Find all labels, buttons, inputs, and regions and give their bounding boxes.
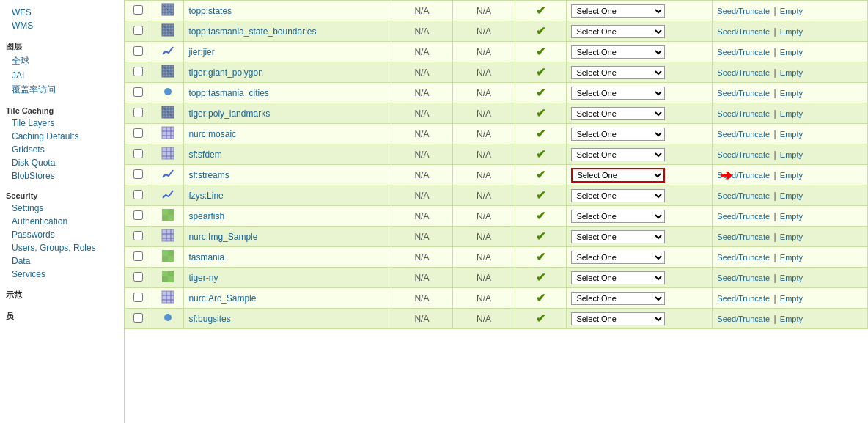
action-select[interactable]: Select OneSeedTruncateEmpty xyxy=(571,66,665,79)
empty-link[interactable]: Empty xyxy=(780,232,803,241)
empty-link[interactable]: Empty xyxy=(780,48,803,56)
row-checkbox[interactable] xyxy=(133,26,143,35)
enabled-cell: ✔ xyxy=(515,42,567,62)
action-select[interactable]: Select OneSeedTruncateEmpty xyxy=(571,210,665,223)
layer-name-link[interactable]: topp:states xyxy=(188,6,232,16)
action-select[interactable]: Select OneSeedTruncateEmpty xyxy=(571,292,665,305)
seed-truncate-link[interactable]: Seed/Truncate xyxy=(717,191,770,200)
action-select[interactable]: Select OneSeedTruncateEmpty xyxy=(571,271,665,284)
layer-name-link[interactable]: tiger:poly_landmarks xyxy=(188,108,270,119)
layer-name-link[interactable]: topp:tasmania_state_boundaries xyxy=(188,26,316,37)
seed-truncate-link[interactable]: Seed/Truncate xyxy=(717,109,770,118)
seed-truncate-link[interactable]: Seed/Truncate xyxy=(717,48,770,56)
layer-name-link[interactable]: sf:bugsites xyxy=(188,314,230,324)
seed-truncate-link[interactable]: Seed/Truncate xyxy=(717,130,770,139)
layer-name-link[interactable]: tasmania xyxy=(188,252,224,262)
sidebar-item-blobstores[interactable]: BlobStores xyxy=(0,169,124,183)
layer-name-link[interactable]: nurc:Arc_Sample xyxy=(188,293,256,304)
row-checkbox[interactable] xyxy=(133,293,143,302)
row-checkbox[interactable] xyxy=(133,46,143,56)
action-select[interactable]: Select OneSeedTruncateEmpty xyxy=(571,25,665,38)
sidebar-item-authentication[interactable]: Authentication xyxy=(0,215,124,228)
row-checkbox[interactable] xyxy=(133,128,143,138)
sidebar-item-data[interactable]: Data xyxy=(0,254,124,268)
empty-link[interactable]: Empty xyxy=(780,273,803,282)
quota-used-cell: N/A xyxy=(391,103,453,124)
sidebar-item-fujianglv[interactable]: 覆盖率访问 xyxy=(0,82,124,98)
row-checkbox[interactable] xyxy=(133,251,143,261)
layer-name-link[interactable]: spearfish xyxy=(188,211,224,221)
layer-name-link[interactable]: nurc:Img_Sample xyxy=(188,232,257,242)
row-checkbox[interactable] xyxy=(133,190,143,199)
empty-link[interactable]: Empty xyxy=(780,294,803,303)
action-select[interactable]: Select OneSeedTruncateEmpty xyxy=(571,45,665,59)
layer-name-link[interactable]: topp:tasmania_cities xyxy=(188,88,268,98)
seed-truncate-link[interactable]: Seed/Truncate xyxy=(717,89,770,98)
action-select[interactable]: Select OneSeedTruncateEmpty xyxy=(571,189,665,202)
action-select[interactable]: Select OneSeedTruncateEmpty xyxy=(571,128,665,141)
empty-link[interactable]: Empty xyxy=(780,7,803,15)
layer-name-link[interactable]: jier:jier xyxy=(188,47,214,57)
layer-name-link[interactable]: tiger:giant_polygon xyxy=(188,67,262,78)
row-checkbox[interactable] xyxy=(133,67,143,76)
empty-link[interactable]: Empty xyxy=(780,253,803,262)
empty-link[interactable]: Empty xyxy=(780,27,803,36)
row-checkbox[interactable] xyxy=(133,210,143,220)
empty-link[interactable]: Empty xyxy=(780,109,803,118)
sidebar-item-wfs[interactable]: WFS xyxy=(0,6,124,19)
action-select[interactable]: Select OneSeedTruncateEmpty xyxy=(571,312,665,325)
action-select[interactable]: Select OneSeedTruncateEmpty xyxy=(571,87,665,100)
empty-link[interactable]: Empty xyxy=(780,212,803,221)
row-checkbox[interactable] xyxy=(133,313,143,323)
layer-name-link[interactable]: sf:sfdem xyxy=(188,150,221,160)
action-select[interactable]: Select OneSeedTruncateEmpty xyxy=(571,230,665,243)
empty-link[interactable]: Empty xyxy=(780,191,803,200)
sidebar-item-tile-layers[interactable]: Tile Layers xyxy=(0,117,124,130)
row-checkbox[interactable] xyxy=(133,5,143,15)
action-select[interactable]: Select OneSeedTruncateEmpty xyxy=(571,251,665,264)
layer-name-link[interactable]: sf:streams xyxy=(188,170,229,180)
seed-truncate-link[interactable]: Seed/Truncate xyxy=(717,232,770,241)
action-select[interactable]: Select OneSeedTruncateEmpty xyxy=(571,107,665,120)
layer-name-link[interactable]: tiger-ny xyxy=(188,273,218,283)
row-checkbox[interactable] xyxy=(133,149,143,158)
seed-truncate-link[interactable]: Seed/Truncate xyxy=(717,68,770,77)
row-checkbox[interactable] xyxy=(133,231,143,240)
sidebar-item-gridsets[interactable]: Gridsets xyxy=(0,143,124,156)
seed-truncate-link[interactable]: Seed/Truncate xyxy=(717,253,770,262)
row-checkbox[interactable] xyxy=(133,87,143,97)
row-checkbox[interactable] xyxy=(133,169,143,179)
layer-type-icon xyxy=(152,103,184,124)
seed-truncate-link[interactable]: Seed/Truncate xyxy=(717,150,770,159)
action-select[interactable]: Select OneSeedTruncateEmpty xyxy=(571,148,665,161)
sidebar-item-services[interactable]: Services xyxy=(0,268,124,281)
seed-truncate-link[interactable]: Seed/Truncate xyxy=(717,27,770,36)
row-checkbox[interactable] xyxy=(133,108,143,117)
sidebar-item-disk-quota[interactable]: Disk Quota xyxy=(0,156,124,169)
seed-truncate-link[interactable]: Seed/Truncate xyxy=(717,315,770,323)
action-select[interactable]: Select OneSeedTruncateEmpty xyxy=(571,4,665,18)
seed-truncate-link[interactable]: Seed/Truncate xyxy=(717,273,770,282)
seed-truncate-link[interactable]: Seed/Truncate xyxy=(717,7,770,15)
empty-link[interactable]: Empty xyxy=(780,315,803,323)
sidebar-item-jai[interactable]: JAI xyxy=(0,69,124,82)
layer-name-link[interactable]: fzys:Line xyxy=(188,191,223,201)
sidebar-item-caching-defaults[interactable]: Caching Defaults xyxy=(0,130,124,143)
empty-link[interactable]: Empty xyxy=(780,171,803,180)
empty-link[interactable]: Empty xyxy=(780,89,803,98)
sidebar-item-passwords[interactable]: Passwords xyxy=(0,228,124,241)
seed-truncate-link[interactable]: Seed/Truncate xyxy=(717,294,770,303)
action-select[interactable]: Select OneSeedTruncateEmpty xyxy=(571,168,665,183)
empty-link[interactable]: Empty xyxy=(780,130,803,139)
sidebar-item-quanqiu[interactable]: 全球 xyxy=(0,54,124,69)
empty-link[interactable]: Empty xyxy=(780,150,803,159)
row-checkbox[interactable] xyxy=(133,272,143,282)
seed-truncate-link[interactable]: Seed/Truncate xyxy=(717,171,770,180)
parameters-cell: N/A xyxy=(453,288,515,309)
seed-truncate-link[interactable]: Seed/Truncate xyxy=(717,212,770,221)
sidebar-item-settings[interactable]: Settings xyxy=(0,202,124,215)
empty-link[interactable]: Empty xyxy=(780,68,803,77)
sidebar-item-users-groups-roles[interactable]: Users, Groups, Roles xyxy=(0,241,124,254)
layer-name-link[interactable]: nurc:mosaic xyxy=(188,129,236,139)
sidebar-item-wms[interactable]: WMS xyxy=(0,19,124,32)
